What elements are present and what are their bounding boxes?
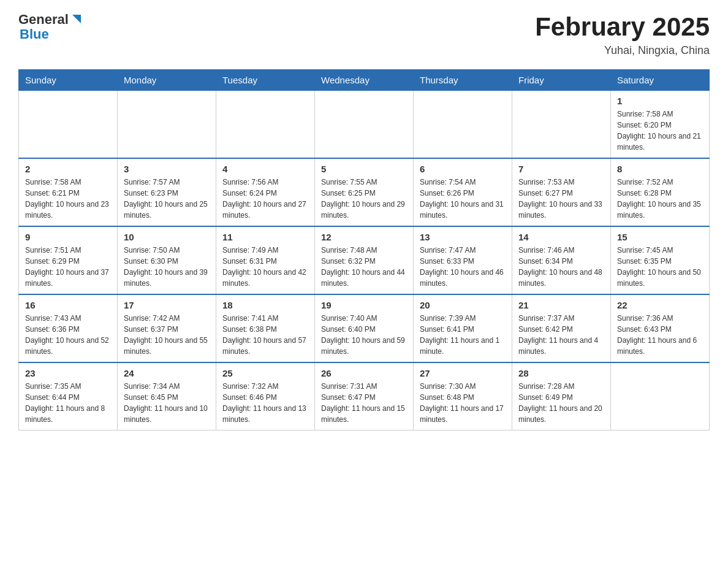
day-number: 17: [124, 300, 210, 310]
logo-blue: Blue: [20, 27, 83, 42]
day-number: 27: [420, 368, 506, 378]
day-info: Sunrise: 7:52 AMSunset: 6:28 PMDaylight:…: [617, 177, 703, 221]
day-info: Sunrise: 7:54 AMSunset: 6:26 PMDaylight:…: [420, 177, 506, 221]
day-number: 4: [222, 164, 308, 174]
day-info: Sunrise: 7:41 AMSunset: 6:38 PMDaylight:…: [222, 313, 308, 357]
calendar-cell: 19Sunrise: 7:40 AMSunset: 6:40 PMDayligh…: [315, 294, 414, 362]
calendar-cell: 15Sunrise: 7:45 AMSunset: 6:35 PMDayligh…: [611, 226, 710, 294]
col-header-wednesday: Wednesday: [315, 70, 414, 91]
logo-arrow-icon: [70, 12, 83, 26]
col-header-thursday: Thursday: [414, 70, 512, 91]
calendar-cell: 22Sunrise: 7:36 AMSunset: 6:43 PMDayligh…: [611, 294, 710, 362]
day-info: Sunrise: 7:34 AMSunset: 6:45 PMDaylight:…: [124, 381, 210, 425]
day-info: Sunrise: 7:28 AMSunset: 6:49 PMDaylight:…: [518, 381, 604, 425]
day-info: Sunrise: 7:47 AMSunset: 6:33 PMDaylight:…: [420, 245, 506, 289]
page-header: General Blue February 2025 Yuhai, Ningxi…: [18, 12, 710, 57]
calendar-cell: 27Sunrise: 7:30 AMSunset: 6:48 PMDayligh…: [414, 362, 512, 431]
day-info: Sunrise: 7:50 AMSunset: 6:30 PMDaylight:…: [124, 245, 210, 289]
calendar-week-2: 2Sunrise: 7:58 AMSunset: 6:21 PMDaylight…: [19, 158, 710, 226]
day-number: 20: [420, 300, 506, 310]
calendar-cell: 17Sunrise: 7:42 AMSunset: 6:37 PMDayligh…: [118, 294, 216, 362]
day-number: 22: [617, 300, 703, 310]
day-number: 21: [518, 300, 604, 310]
calendar-cell: 13Sunrise: 7:47 AMSunset: 6:33 PMDayligh…: [414, 226, 512, 294]
calendar-cell: 5Sunrise: 7:55 AMSunset: 6:25 PMDaylight…: [315, 158, 414, 226]
day-info: Sunrise: 7:48 AMSunset: 6:32 PMDaylight:…: [321, 245, 407, 289]
day-number: 6: [420, 164, 506, 174]
day-number: 12: [321, 232, 407, 242]
calendar-cell: 2Sunrise: 7:58 AMSunset: 6:21 PMDaylight…: [19, 158, 118, 226]
day-number: 26: [321, 368, 407, 378]
day-info: Sunrise: 7:40 AMSunset: 6:40 PMDaylight:…: [321, 313, 407, 357]
day-number: 24: [124, 368, 210, 378]
calendar-header-row: SundayMondayTuesdayWednesdayThursdayFrid…: [19, 70, 710, 91]
calendar-cell: 26Sunrise: 7:31 AMSunset: 6:47 PMDayligh…: [315, 362, 414, 431]
day-info: Sunrise: 7:46 AMSunset: 6:34 PMDaylight:…: [518, 245, 604, 289]
calendar-cell: 21Sunrise: 7:37 AMSunset: 6:42 PMDayligh…: [512, 294, 611, 362]
day-info: Sunrise: 7:56 AMSunset: 6:24 PMDaylight:…: [222, 177, 308, 221]
day-info: Sunrise: 7:51 AMSunset: 6:29 PMDaylight:…: [25, 245, 111, 289]
calendar-cell: 14Sunrise: 7:46 AMSunset: 6:34 PMDayligh…: [512, 226, 611, 294]
day-number: 19: [321, 300, 407, 310]
day-number: 10: [124, 232, 210, 242]
calendar-cell: 12Sunrise: 7:48 AMSunset: 6:32 PMDayligh…: [315, 226, 414, 294]
col-header-friday: Friday: [512, 70, 611, 91]
day-info: Sunrise: 7:49 AMSunset: 6:31 PMDaylight:…: [222, 245, 308, 289]
col-header-monday: Monday: [118, 70, 216, 91]
calendar-cell: [19, 91, 118, 159]
calendar-cell: 16Sunrise: 7:43 AMSunset: 6:36 PMDayligh…: [19, 294, 118, 362]
calendar-week-3: 9Sunrise: 7:51 AMSunset: 6:29 PMDaylight…: [19, 226, 710, 294]
col-header-saturday: Saturday: [611, 70, 710, 91]
day-info: Sunrise: 7:42 AMSunset: 6:37 PMDaylight:…: [124, 313, 210, 357]
day-info: Sunrise: 7:45 AMSunset: 6:35 PMDaylight:…: [617, 245, 703, 289]
day-info: Sunrise: 7:55 AMSunset: 6:25 PMDaylight:…: [321, 177, 407, 221]
calendar-cell: [611, 362, 710, 431]
calendar-cell: 11Sunrise: 7:49 AMSunset: 6:31 PMDayligh…: [216, 226, 315, 294]
day-info: Sunrise: 7:30 AMSunset: 6:48 PMDaylight:…: [420, 381, 506, 425]
calendar-cell: 6Sunrise: 7:54 AMSunset: 6:26 PMDaylight…: [414, 158, 512, 226]
day-number: 1: [617, 96, 703, 106]
col-header-sunday: Sunday: [19, 70, 118, 91]
calendar-cell: [118, 91, 216, 159]
day-number: 14: [518, 232, 604, 242]
calendar-cell: 7Sunrise: 7:53 AMSunset: 6:27 PMDaylight…: [512, 158, 611, 226]
day-number: 3: [124, 164, 210, 174]
day-number: 11: [222, 232, 308, 242]
day-info: Sunrise: 7:31 AMSunset: 6:47 PMDaylight:…: [321, 381, 407, 425]
calendar-cell: [512, 91, 611, 159]
calendar-cell: 28Sunrise: 7:28 AMSunset: 6:49 PMDayligh…: [512, 362, 611, 431]
month-title: February 2025: [535, 12, 710, 42]
calendar-cell: 10Sunrise: 7:50 AMSunset: 6:30 PMDayligh…: [118, 226, 216, 294]
day-number: 7: [518, 164, 604, 174]
day-info: Sunrise: 7:58 AMSunset: 6:21 PMDaylight:…: [25, 177, 111, 221]
calendar-cell: 23Sunrise: 7:35 AMSunset: 6:44 PMDayligh…: [19, 362, 118, 431]
day-number: 18: [222, 300, 308, 310]
day-info: Sunrise: 7:39 AMSunset: 6:41 PMDaylight:…: [420, 313, 506, 357]
logo-general: General: [18, 12, 69, 27]
day-number: 9: [25, 232, 111, 242]
calendar-cell: [216, 91, 315, 159]
day-number: 23: [25, 368, 111, 378]
day-info: Sunrise: 7:57 AMSunset: 6:23 PMDaylight:…: [124, 177, 210, 221]
day-number: 8: [617, 164, 703, 174]
calendar-cell: 3Sunrise: 7:57 AMSunset: 6:23 PMDaylight…: [118, 158, 216, 226]
day-number: 13: [420, 232, 506, 242]
calendar-cell: 1Sunrise: 7:58 AMSunset: 6:20 PMDaylight…: [611, 91, 710, 159]
calendar-cell: 25Sunrise: 7:32 AMSunset: 6:46 PMDayligh…: [216, 362, 315, 431]
day-info: Sunrise: 7:43 AMSunset: 6:36 PMDaylight:…: [25, 313, 111, 357]
day-number: 16: [25, 300, 111, 310]
calendar-week-5: 23Sunrise: 7:35 AMSunset: 6:44 PMDayligh…: [19, 362, 710, 431]
calendar-week-4: 16Sunrise: 7:43 AMSunset: 6:36 PMDayligh…: [19, 294, 710, 362]
calendar-cell: [414, 91, 512, 159]
col-header-tuesday: Tuesday: [216, 70, 315, 91]
day-number: 5: [321, 164, 407, 174]
calendar-cell: 24Sunrise: 7:34 AMSunset: 6:45 PMDayligh…: [118, 362, 216, 431]
day-info: Sunrise: 7:35 AMSunset: 6:44 PMDaylight:…: [25, 381, 111, 425]
calendar-table: SundayMondayTuesdayWednesdayThursdayFrid…: [18, 69, 710, 431]
calendar-cell: 4Sunrise: 7:56 AMSunset: 6:24 PMDaylight…: [216, 158, 315, 226]
calendar-cell: 18Sunrise: 7:41 AMSunset: 6:38 PMDayligh…: [216, 294, 315, 362]
day-info: Sunrise: 7:53 AMSunset: 6:27 PMDaylight:…: [518, 177, 604, 221]
day-number: 25: [222, 368, 308, 378]
day-info: Sunrise: 7:37 AMSunset: 6:42 PMDaylight:…: [518, 313, 604, 357]
day-number: 15: [617, 232, 703, 242]
